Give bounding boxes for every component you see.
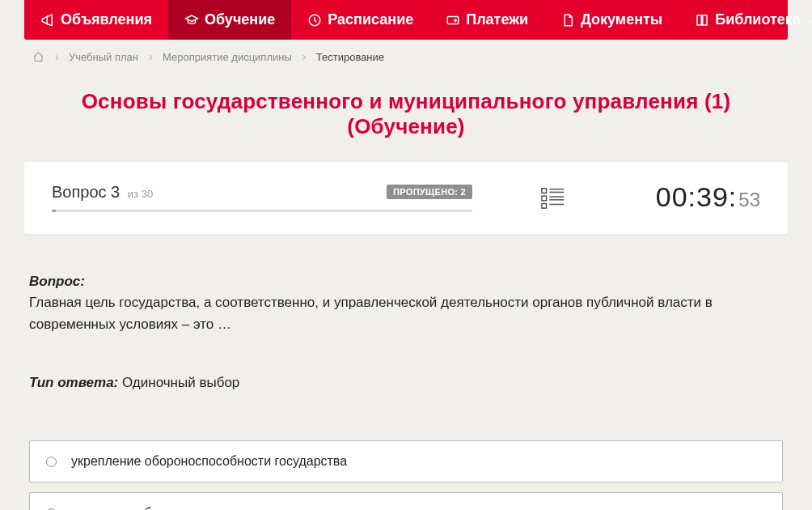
nav-label: Платежи (466, 11, 528, 28)
answer-option[interactable]: повышение благосостояния, уровня жизни е… (29, 492, 783, 510)
answer-list: укрепление обороноспособности государств… (24, 440, 788, 510)
nav-label: Объявления (61, 11, 152, 28)
nav-item-schedule[interactable]: Расписание (291, 0, 429, 40)
nav-item-library[interactable]: Библиотека (679, 0, 812, 40)
graduation-cap-icon (184, 13, 199, 28)
nav-label: Библиотека (715, 11, 801, 28)
breadcrumb-item-current: Тестирование (316, 51, 384, 63)
svg-point-2 (455, 19, 456, 20)
question-text: Главная цель государства, а соответствен… (29, 292, 783, 335)
status-bar: Вопрос 3 из 30 ПРОПУЩЕНО: 2 (24, 162, 788, 234)
breadcrumb: Учебный план Мероприятие дисциплины Тест… (24, 40, 788, 71)
skipped-badge[interactable]: ПРОПУЩЕНО: 2 (387, 185, 472, 199)
nav-item-announcements[interactable]: Объявления (24, 0, 168, 40)
progress-bar (52, 210, 472, 212)
question-label: Вопрос: (29, 274, 85, 289)
chevron-right-icon (300, 53, 308, 62)
question-block: Вопрос: Главная цель государства, а соот… (24, 271, 788, 393)
page-title: Основы государственного и муниципального… (24, 89, 788, 139)
timer-seconds: 53 (738, 189, 760, 211)
answer-type-value: Одиночный выбор (118, 375, 239, 390)
nav-item-documents[interactable]: Документы (544, 0, 679, 40)
svg-rect-3 (542, 188, 547, 193)
book-icon (695, 13, 709, 28)
home-icon[interactable] (32, 51, 44, 63)
nav-label: Обучение (205, 11, 275, 28)
question-counter: Вопрос 3 из 30 (52, 183, 153, 202)
question-number: 3 (111, 183, 120, 201)
chevron-down-icon (806, 15, 812, 26)
progress-section: Вопрос 3 из 30 ПРОПУЩЕНО: 2 (52, 183, 472, 212)
question-list-button[interactable] (541, 186, 565, 209)
chevron-right-icon (146, 53, 154, 62)
nav-label: Расписание (328, 11, 413, 28)
megaphone-icon (40, 13, 55, 28)
answer-text: повышение благосостояния, уровня жизни е… (71, 506, 404, 510)
chevron-right-icon (53, 53, 61, 62)
progress-fill (52, 210, 56, 212)
answer-text: укрепление обороноспособности государств… (71, 454, 347, 469)
breadcrumb-item[interactable]: Учебный план (69, 51, 138, 63)
breadcrumb-item[interactable]: Мероприятие дисциплины (163, 51, 292, 63)
svg-rect-6 (542, 196, 547, 201)
main-nav: Объявления Обучение Расписание Платежи (24, 0, 788, 40)
clock-icon (307, 13, 322, 28)
timer: 00:39:53 (656, 181, 760, 213)
question-word: Вопрос (52, 183, 107, 201)
question-total: из 30 (128, 188, 153, 200)
timer-main: 00:39: (656, 181, 738, 213)
answer-option[interactable]: укрепление обороноспособности государств… (29, 440, 783, 482)
answer-type-label: Тип ответа: (29, 375, 118, 390)
radio-icon (46, 457, 57, 467)
document-icon (560, 13, 575, 28)
svg-rect-9 (542, 203, 547, 208)
nav-item-payments[interactable]: Платежи (429, 0, 544, 40)
wallet-icon (446, 13, 460, 28)
nav-item-learning[interactable]: Обучение (168, 0, 291, 40)
nav-label: Документы (581, 11, 662, 28)
